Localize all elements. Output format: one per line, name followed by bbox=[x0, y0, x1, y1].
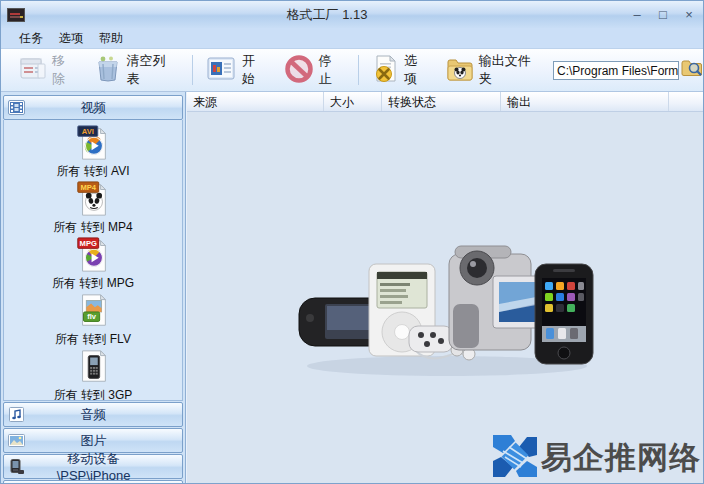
menu-item-tasks[interactable]: 任务 bbox=[19, 30, 43, 47]
task-list: 来源 大小 转换状态 输出 bbox=[186, 92, 703, 483]
sidebar-section-video-label: 视频 bbox=[31, 99, 156, 117]
toolbar: 移除 清空列表 bbox=[1, 49, 703, 92]
avi-icon: AVI bbox=[74, 124, 112, 162]
sidebar-section-mobile-label: 移动设备\PSP\iPhone bbox=[31, 450, 156, 483]
clear-list-label: 清空列表 bbox=[127, 52, 178, 88]
watermark-logo-icon bbox=[489, 433, 541, 481]
list-body[interactable] bbox=[187, 112, 703, 483]
svg-text:flv: flv bbox=[87, 312, 97, 321]
close-button[interactable]: × bbox=[681, 7, 697, 22]
svg-text:AVI: AVI bbox=[82, 127, 94, 136]
trash-bucket-icon bbox=[94, 55, 122, 86]
options-button[interactable]: 选项 bbox=[365, 48, 438, 92]
remove-label: 移除 bbox=[52, 52, 78, 88]
flv-icon: flv bbox=[74, 292, 112, 330]
output-folder-label: 输出文件夹 bbox=[479, 52, 543, 88]
mobile-device-icon bbox=[8, 459, 25, 475]
watermark-text: 易企推网络 bbox=[541, 442, 701, 473]
remove-icon bbox=[19, 56, 47, 85]
title-bar: 格式工厂 1.13 – □ × bbox=[1, 1, 703, 28]
list-header: 来源 大小 转换状态 输出 bbox=[187, 92, 703, 112]
start-button[interactable]: 开始 bbox=[199, 48, 276, 92]
minimize-button[interactable]: – bbox=[629, 7, 645, 22]
window-title: 格式工厂 1.13 bbox=[25, 6, 629, 24]
remove-button[interactable]: 移除 bbox=[11, 48, 86, 92]
picture-icon bbox=[8, 433, 25, 448]
devices-illustration bbox=[297, 238, 597, 383]
sidebar-section-audio[interactable]: 音频 bbox=[3, 402, 183, 427]
mpg-icon: MPG bbox=[74, 236, 112, 274]
sidebar: 视频 AVI 所有 转到 AVI bbox=[1, 92, 186, 483]
stop-button[interactable]: 停止 bbox=[276, 48, 353, 92]
app-icon bbox=[7, 8, 25, 22]
sidebar-section-video[interactable]: 视频 bbox=[3, 95, 183, 120]
output-folder-icon bbox=[446, 56, 474, 85]
output-path-value[interactable]: C:\Program Files\Form. bbox=[553, 61, 679, 80]
start-label: 开始 bbox=[242, 52, 268, 88]
output-path-field: C:\Program Files\Form. bbox=[553, 58, 703, 82]
options-icon bbox=[373, 55, 399, 86]
toolbar-separator bbox=[358, 55, 359, 85]
item-all-to-mpg[interactable]: MPG 所有 转到 MPG bbox=[4, 236, 182, 292]
audio-icon bbox=[8, 407, 25, 422]
svg-text:MPG: MPG bbox=[80, 239, 97, 248]
mp4-icon: MP4 bbox=[74, 180, 112, 218]
column-filler bbox=[669, 92, 703, 111]
clear-list-button[interactable]: 清空列表 bbox=[86, 48, 186, 92]
maximize-button[interactable]: □ bbox=[655, 7, 671, 22]
toolbar-separator bbox=[192, 55, 193, 85]
item-label: 所有 转到 3GP bbox=[54, 387, 133, 401]
item-label: 所有 转到 FLV bbox=[55, 331, 131, 348]
item-label: 所有 转到 MPG bbox=[52, 275, 134, 292]
stop-icon bbox=[284, 54, 314, 87]
sidebar-section-audio-label: 音频 bbox=[31, 406, 156, 424]
browse-folder-icon[interactable] bbox=[681, 58, 703, 82]
phone-3gp-icon bbox=[74, 348, 112, 386]
svg-text:MP4: MP4 bbox=[80, 183, 96, 192]
menu-item-options[interactable]: 选项 bbox=[59, 30, 83, 47]
film-icon bbox=[8, 100, 25, 115]
sidebar-section-rom[interactable]: 光驱设备\DVD\CD bbox=[3, 480, 183, 483]
column-status[interactable]: 转换状态 bbox=[382, 92, 501, 111]
watermark: 易企推网络 bbox=[489, 433, 701, 481]
options-label: 选项 bbox=[404, 52, 430, 88]
column-source[interactable]: 来源 bbox=[187, 92, 324, 111]
sidebar-section-mobile[interactable]: 移动设备\PSP\iPhone bbox=[3, 454, 183, 479]
column-output[interactable]: 输出 bbox=[501, 92, 669, 111]
video-items-panel: AVI 所有 转到 AVI bbox=[3, 120, 183, 401]
item-label: 所有 转到 AVI bbox=[56, 163, 129, 180]
iphone-illustration bbox=[535, 264, 593, 364]
sidebar-section-picture-label: 图片 bbox=[31, 432, 156, 450]
item-all-to-flv[interactable]: flv 所有 转到 FLV bbox=[4, 292, 182, 348]
item-all-to-mp4[interactable]: MP4 所有 转到 MP4 bbox=[4, 180, 182, 236]
app-window: 格式工厂 1.13 – □ × 任务 选项 帮助 bbox=[0, 0, 704, 484]
column-size[interactable]: 大小 bbox=[324, 92, 382, 111]
item-all-to-avi[interactable]: AVI 所有 转到 AVI bbox=[4, 124, 182, 180]
start-icon bbox=[207, 56, 237, 85]
item-all-to-3gp[interactable]: 所有 转到 3GP bbox=[4, 348, 182, 401]
menu-bar: 任务 选项 帮助 bbox=[1, 28, 703, 49]
output-folder-button[interactable]: 输出文件夹 bbox=[438, 48, 551, 92]
stop-label: 停止 bbox=[319, 52, 345, 88]
item-label: 所有 转到 MP4 bbox=[53, 219, 132, 236]
menu-item-help[interactable]: 帮助 bbox=[99, 30, 123, 47]
